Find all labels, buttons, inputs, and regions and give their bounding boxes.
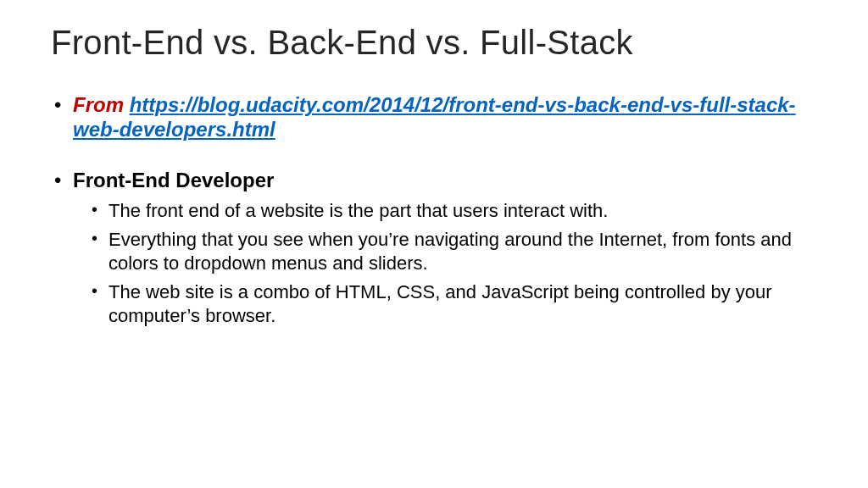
slide: Front-End vs. Back-End vs. Full-Stack Fr… [0, 0, 868, 488]
source-bullet: From https://blog.udacity.com/2014/12/fr… [53, 92, 817, 142]
list-item: Everything that you see when you’re navi… [92, 228, 817, 275]
list-item: The web site is a combo of HTML, CSS, an… [92, 280, 817, 328]
from-label: From [73, 93, 124, 116]
slide-title: Front-End vs. Back-End vs. Full-Stack [51, 24, 817, 62]
list-item: The front end of a website is the part t… [92, 199, 817, 223]
sub-bullet-list: The front end of a website is the part t… [92, 199, 817, 329]
section-heading: Front-End Developer [73, 169, 274, 191]
section-bullet: Front-End Developer The front end of a w… [53, 168, 817, 329]
source-link[interactable]: https://blog.udacity.com/2014/12/front-e… [73, 93, 796, 141]
bullet-list: From https://blog.udacity.com/2014/12/fr… [53, 92, 817, 329]
